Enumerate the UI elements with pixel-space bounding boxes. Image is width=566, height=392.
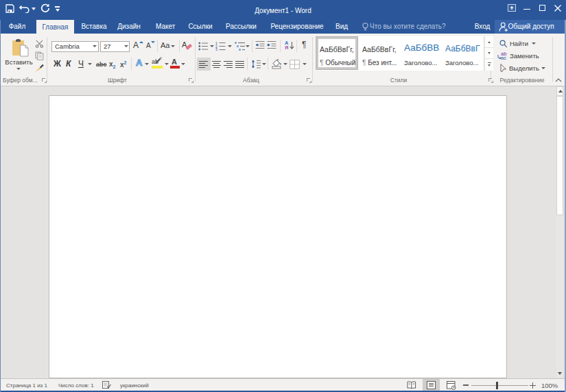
svg-text:3: 3 <box>215 47 217 51</box>
